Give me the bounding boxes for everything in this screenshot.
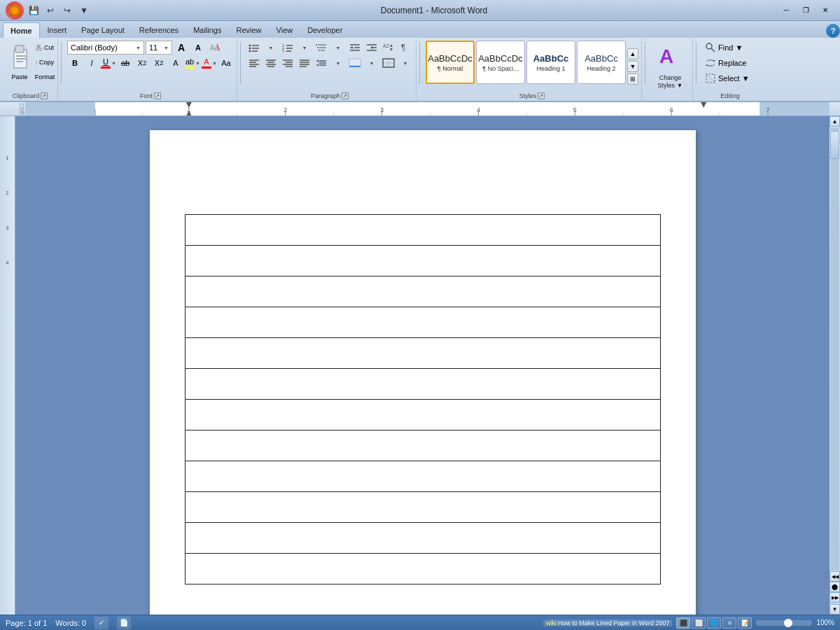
table-cell[interactable] (185, 461, 660, 492)
numbering-button[interactable]: 1.2.3. (280, 41, 295, 55)
line-spacing-button[interactable] (314, 56, 329, 70)
table-row[interactable] (185, 307, 660, 338)
underline-button[interactable]: U ▼ (101, 56, 116, 70)
zoom-thumb[interactable] (784, 619, 792, 627)
ruler-handle[interactable]: L (20, 104, 24, 115)
table-cell[interactable] (185, 430, 660, 461)
find-button[interactable]: Find ▼ (702, 41, 758, 55)
paragraph-expand[interactable]: ↗ (342, 92, 349, 99)
text-effects-button[interactable]: A (168, 56, 183, 70)
table-cell[interactable] (185, 215, 660, 246)
align-right-button[interactable] (280, 56, 295, 70)
borders-dropdown[interactable]: ▼ (398, 56, 413, 70)
highlight-color-button[interactable]: ab ▼ (185, 56, 200, 70)
lined-table[interactable] (185, 214, 661, 584)
table-row[interactable] (185, 338, 660, 369)
font-color-button[interactable]: A ▼ (202, 56, 217, 70)
scroll-thumb[interactable] (830, 131, 839, 159)
print-layout-button[interactable]: ⬛ (676, 617, 690, 629)
office-button[interactable] (6, 1, 24, 20)
track-changes-icon[interactable]: 📄 (117, 617, 131, 629)
document-page[interactable] (150, 130, 696, 615)
table-cell[interactable] (185, 307, 660, 338)
tab-home[interactable]: Home (3, 22, 40, 38)
borders-button[interactable] (381, 56, 396, 70)
table-row[interactable] (185, 246, 660, 276)
styles-scroll-down[interactable]: ▼ (627, 61, 638, 72)
table-cell[interactable] (185, 276, 660, 307)
scroll-prev-page[interactable]: ◀◀ (830, 571, 840, 582)
font-expand[interactable]: ↗ (154, 92, 161, 99)
multilevel-dropdown[interactable]: ▼ (330, 41, 346, 55)
table-row[interactable] (185, 276, 660, 307)
bold-button[interactable]: B (67, 56, 83, 70)
table-row[interactable] (185, 492, 660, 523)
styles-scroll-more[interactable]: ⊞ (627, 74, 638, 85)
save-qat-button[interactable]: 💾 (27, 4, 41, 18)
table-row[interactable] (185, 215, 660, 246)
scroll-next-page[interactable]: ▶▶ (830, 592, 840, 603)
outline-button[interactable]: ≡ (722, 617, 736, 629)
table-row[interactable] (185, 369, 660, 400)
tab-view[interactable]: View (270, 22, 300, 38)
line-spacing-dropdown[interactable]: ▼ (330, 56, 346, 70)
table-row[interactable] (185, 400, 660, 430)
tab-mailings[interactable]: Mailings (186, 22, 228, 38)
select-button[interactable]: Select ▼ (702, 71, 758, 85)
document-area[interactable] (15, 116, 830, 615)
superscript-button[interactable]: X2 (151, 56, 167, 70)
draft-button[interactable]: 📝 (738, 617, 752, 629)
sort-button[interactable]: AZ (381, 41, 396, 55)
table-cell[interactable] (185, 523, 660, 554)
web-layout-button[interactable]: 🌐 (707, 617, 721, 629)
table-row[interactable] (185, 523, 660, 554)
decrease-font-button[interactable]: A (190, 41, 206, 55)
align-left-button[interactable] (246, 56, 262, 70)
shading-dropdown[interactable]: ▼ (364, 56, 379, 70)
numbering-dropdown[interactable]: ▼ (297, 41, 312, 55)
copy-button[interactable]: Copy (35, 55, 55, 69)
italic-button[interactable]: I (84, 56, 99, 70)
tab-insert[interactable]: Insert (41, 22, 74, 38)
undo-qat-button[interactable]: ↩ (43, 4, 57, 18)
multilevel-list-button[interactable] (314, 41, 329, 55)
scroll-down-button[interactable]: ▼ (830, 604, 840, 615)
style-heading2[interactable]: AaBbCc Heading 2 (577, 41, 626, 84)
spell-check-icon[interactable]: ✓ (94, 617, 108, 629)
format-painter-button[interactable]: Format (35, 70, 55, 84)
cut-button[interactable]: Cut (35, 41, 55, 55)
bullets-button[interactable] (246, 41, 262, 55)
decrease-indent-button[interactable] (347, 41, 363, 55)
font-size-selector[interactable]: 11 ▼ (146, 41, 172, 55)
table-cell[interactable] (185, 369, 660, 400)
tab-page-layout[interactable]: Page Layout (74, 22, 132, 38)
show-formatting-button[interactable]: ¶ (398, 41, 413, 55)
style-no-spacing[interactable]: AaBbCcDc ¶ No Spaci... (476, 41, 525, 84)
shading-button[interactable] (347, 56, 363, 70)
table-cell[interactable] (185, 400, 660, 430)
replace-button[interactable]: Replace (702, 56, 758, 70)
minimize-button[interactable]: ─ (777, 4, 795, 18)
style-normal[interactable]: AaBbCcDc ¶ Normal (426, 41, 475, 84)
styles-scroll-up[interactable]: ▲ (627, 48, 638, 59)
clipboard-expand[interactable]: ↗ (41, 92, 48, 99)
wiki-link[interactable]: wiki How to Make Lined Paper in Word 200… (543, 620, 672, 626)
close-button[interactable]: ✕ (816, 4, 834, 18)
paste-button[interactable]: Paste (6, 41, 34, 84)
scroll-track[interactable] (830, 127, 839, 570)
fullscreen-button[interactable]: ⬜ (692, 617, 706, 629)
scroll-select[interactable]: ⬤ (830, 582, 840, 592)
change-case-button[interactable]: Aa (218, 56, 234, 70)
customize-qat-button[interactable]: ▼ (77, 4, 91, 18)
redo-qat-button[interactable]: ↪ (60, 4, 74, 18)
table-cell[interactable] (185, 554, 660, 584)
change-styles-button[interactable]: A ChangeStyles ▼ (651, 45, 690, 88)
bullets-dropdown[interactable]: ▼ (263, 41, 279, 55)
table-row[interactable] (185, 461, 660, 492)
increase-font-button[interactable]: A (174, 41, 189, 55)
tab-review[interactable]: Review (229, 22, 268, 38)
font-name-selector[interactable]: Calibri (Body) ▼ (67, 41, 144, 55)
help-button[interactable]: ? (826, 24, 840, 38)
table-cell[interactable] (185, 492, 660, 523)
table-row[interactable] (185, 430, 660, 461)
